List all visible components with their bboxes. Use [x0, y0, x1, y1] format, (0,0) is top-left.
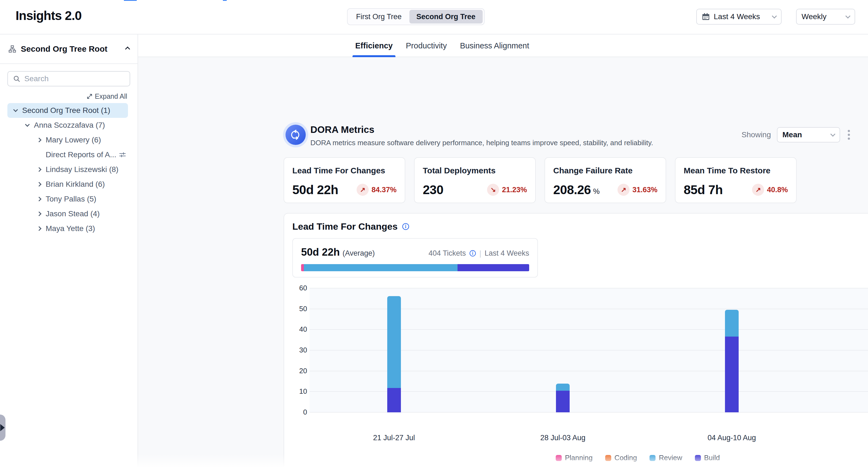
tree-item-label: Mary Lowery (6)	[46, 135, 128, 144]
info-icon[interactable]	[402, 223, 409, 230]
bar-segment-build-21-jul-27-jul[interactable]	[387, 388, 401, 412]
legend-item-review[interactable]: Review	[650, 454, 682, 462]
chevron-down-icon	[772, 13, 777, 18]
tree-item-tony-pallas-5[interactable]: Tony Pallas (5)	[7, 192, 128, 207]
tab-business-alignment[interactable]: Business Alignment	[459, 34, 530, 57]
tree-item-jason-stead-4[interactable]: Jason Stead (4)	[7, 207, 128, 221]
legend-swatch	[605, 455, 611, 461]
lead-time-title: Lead Time For Changes	[292, 221, 398, 232]
chevron-right-icon	[36, 183, 42, 186]
org-tree: Second Org Tree Root (1)Anna Scozzafava …	[0, 103, 137, 236]
trend-arrow-icon: ↘	[487, 184, 499, 196]
tree-item-anna-scozzafava-7[interactable]: Anna Scozzafava (7)	[7, 118, 128, 133]
legend-label: Build	[704, 454, 720, 462]
legend-swatch	[556, 455, 562, 461]
sidebar-expand-handle[interactable]	[0, 414, 5, 441]
metric-cards-row: Lead Time For Changes50d 22h↗84.37%Total…	[284, 157, 797, 203]
legend-label: Review	[659, 454, 682, 462]
first-org-tree-button[interactable]: First Org Tree	[349, 10, 409, 24]
metric-card-mean-time-to-restore: Mean Time To Restore85d 7h↗40.8%	[675, 157, 797, 203]
main-content: DORA Metrics DORA metrics measure softwa…	[138, 57, 868, 467]
trend-badge: ↗84.37%	[356, 184, 397, 196]
search-input[interactable]	[24, 74, 125, 83]
y-axis-tick-label: 30	[284, 346, 307, 354]
chevron-right-icon	[36, 168, 42, 171]
legend-item-build[interactable]: Build	[695, 454, 720, 462]
expand-all-icon	[86, 93, 93, 99]
dora-more-options-button[interactable]	[846, 128, 851, 142]
tab-efficiency[interactable]: Efficiency	[354, 34, 394, 57]
org-tree-toggle: First Org Tree Second Org Tree	[347, 8, 485, 25]
lead-time-chart	[310, 288, 868, 412]
sidebar: Second Org Tree Root Expand All Second O…	[0, 34, 138, 467]
bar-segment-build-04-aug-10-aug[interactable]	[725, 337, 739, 412]
tree-item-mary-lowery-6[interactable]: Mary Lowery (6)	[7, 133, 128, 147]
x-axis-label: 28 Jul-03 Aug	[522, 434, 604, 442]
chevron-right-icon	[36, 212, 42, 215]
tree-item-maya-yette-3[interactable]: Maya Yette (3)	[7, 221, 128, 236]
trend-arrow-icon: ↗	[618, 184, 629, 196]
y-axis-tick-label: 20	[284, 367, 307, 375]
tree-item-lindsay-liszewski-8[interactable]: Lindsay Liszewski (8)	[7, 162, 128, 177]
tree-item-label: Anna Scozzafava (7)	[34, 121, 128, 130]
metric-value: 85d 7h	[684, 182, 723, 197]
phase-segment-planning	[301, 264, 304, 271]
tree-item-second-org-tree-root-1[interactable]: Second Org Tree Root (1)	[7, 103, 128, 118]
phase-segment-review	[304, 264, 458, 271]
lead-time-summary-card: 50d 22h (Average) 404 Tickets | Last 4 W…	[292, 238, 538, 278]
showing-label: Showing	[742, 130, 771, 139]
bar-segment-review-21-jul-27-jul[interactable]	[387, 296, 401, 388]
trend-badge: ↗31.63%	[618, 184, 657, 196]
expand-all-button[interactable]: Expand All	[0, 92, 127, 100]
bar-segment-build-28-jul-03-aug[interactable]	[556, 391, 570, 412]
arrow-right-icon	[0, 424, 5, 431]
x-axis-label: 11 Aug-17 Aug	[860, 434, 868, 442]
filter-sliders-icon[interactable]	[119, 151, 126, 159]
tickets-count: 404 Tickets	[429, 249, 466, 257]
info-icon[interactable]	[469, 250, 476, 257]
bar-segment-review-28-jul-03-aug[interactable]	[556, 383, 570, 391]
divider: |	[479, 249, 481, 258]
phase-segment-build	[458, 264, 529, 271]
x-axis-label: 04 Aug-10 Aug	[691, 434, 773, 442]
metric-card-change-failure-rate: Change Failure Rate208.26%↗31.63%	[545, 157, 666, 203]
date-range-select[interactable]: Last 4 Weeks	[696, 9, 782, 25]
second-org-tree-button[interactable]: Second Org Tree	[409, 10, 483, 24]
dora-metrics-title: DORA Metrics	[310, 124, 374, 135]
legend-item-planning[interactable]: Planning	[556, 454, 593, 462]
metric-card-lead-time-for-changes: Lead Time For Changes50d 22h↗84.37%	[284, 157, 405, 203]
legend-label: Planning	[565, 454, 593, 462]
chevron-down-icon	[12, 109, 19, 112]
tree-item-label: Maya Yette (3)	[46, 224, 128, 233]
metric-title: Total Deployments	[423, 166, 527, 175]
chevron-down-icon	[24, 124, 31, 127]
legend-item-coding[interactable]: Coding	[605, 454, 637, 462]
metric-title: Lead Time For Changes	[292, 166, 397, 175]
granularity-select[interactable]: Weekly	[796, 9, 855, 25]
tab-productivity[interactable]: Productivity	[405, 34, 448, 57]
chevron-right-icon	[36, 197, 42, 201]
showing-value: Mean	[782, 130, 802, 139]
chevron-down-icon	[830, 131, 835, 136]
collapse-sidebar-chevron-icon[interactable]	[125, 46, 130, 52]
gridline	[310, 288, 868, 288]
metric-card-total-deployments: Total Deployments230↘21.23%	[414, 157, 536, 203]
tree-item-label: Direct Reports of A...	[46, 150, 117, 159]
trend-delta: 31.63%	[632, 186, 657, 194]
tree-item-brian-kirkland-6[interactable]: Brian Kirkland (6)	[7, 177, 128, 192]
metric-value: 230	[423, 182, 443, 197]
chevron-right-icon	[36, 138, 42, 142]
metric-value: 208.26	[553, 182, 591, 197]
bar-segment-review-04-aug-10-aug[interactable]	[725, 310, 739, 337]
top-bar: Insights 2.0 First Org Tree Second Org T…	[0, 0, 868, 34]
trend-badge: ↘21.23%	[487, 184, 527, 196]
legend-swatch	[695, 455, 701, 461]
y-axis-tick-label: 0	[284, 408, 307, 416]
trend-delta: 40.8%	[767, 186, 788, 194]
showing-select[interactable]: Mean	[777, 127, 840, 143]
trend-badge: ↗40.8%	[752, 184, 788, 196]
summary-period: Last 4 Weeks	[485, 249, 529, 257]
sidebar-header: Second Org Tree Root	[0, 34, 137, 64]
tree-item-direct-reports-of-a[interactable]: Direct Reports of A...	[7, 147, 128, 162]
tree-item-label: Second Org Tree Root (1)	[22, 106, 128, 115]
